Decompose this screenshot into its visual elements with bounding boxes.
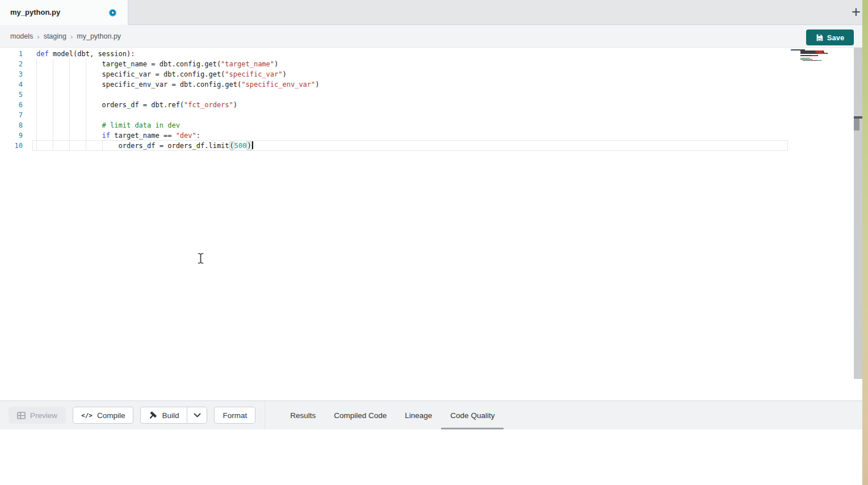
- code-line[interactable]: 9 if target_name == "dev":: [0, 130, 862, 141]
- line-number: 6: [0, 100, 23, 110]
- panel-tabs: Results Compiled Code Lineage Code Quali…: [281, 401, 504, 430]
- unsaved-changes-dot-icon: [109, 9, 116, 16]
- line-number: 7: [0, 110, 23, 120]
- preview-button[interactable]: Preview: [9, 407, 66, 424]
- build-split-button: Build: [140, 407, 207, 424]
- tab-title: my_python.py: [10, 0, 60, 24]
- code-line[interactable]: 3 specific_var = dbt.config.get("specifi…: [0, 69, 862, 79]
- line-number: 10: [0, 141, 23, 151]
- bottom-toolbar: Preview </> Compile Build: [0, 400, 862, 429]
- code-editor[interactable]: 1def model(dbt, session):2 target_name =…: [0, 48, 862, 400]
- code-lines: 1def model(dbt, session):2 target_name =…: [0, 48, 862, 400]
- format-button[interactable]: Format: [214, 407, 255, 424]
- build-button[interactable]: Build: [140, 407, 187, 424]
- line-number: 3: [0, 69, 23, 79]
- breadcrumb-item-staging[interactable]: staging: [44, 32, 66, 40]
- line-number: 5: [0, 90, 23, 100]
- dbt-ide-window: my_python.py + models › staging › my_pyt…: [0, 0, 868, 485]
- line-number: 4: [0, 79, 23, 90]
- code-line[interactable]: 4 specific_env_var = dbt.config.get("spe…: [0, 79, 862, 90]
- tab-my-python[interactable]: my_python.py: [0, 0, 128, 25]
- line-number: 1: [0, 49, 23, 59]
- line-number: 8: [0, 120, 23, 130]
- preview-button-label: Preview: [30, 411, 57, 420]
- chevron-right-icon: ›: [37, 32, 39, 41]
- breadcrumb-item-file[interactable]: my_python.py: [77, 32, 121, 40]
- scrollbar-thumb[interactable]: [854, 119, 859, 130]
- breadcrumb-item-models[interactable]: models: [10, 32, 33, 40]
- text-ibeam-cursor-icon: [196, 252, 205, 267]
- tab-code-quality[interactable]: Code Quality: [441, 401, 504, 430]
- format-button-label: Format: [223, 411, 247, 420]
- text-cursor: [252, 141, 253, 149]
- chevron-down-icon: [194, 413, 201, 417]
- minimap[interactable]: [791, 49, 836, 61]
- toolbar-divider: [265, 401, 265, 430]
- compile-button-label: Compile: [97, 411, 125, 420]
- code-line[interactable]: 7: [0, 110, 862, 120]
- code-line[interactable]: 1def model(dbt, session):: [0, 49, 862, 59]
- code-line[interactable]: 10 orders_df = orders_df.limit(500): [0, 141, 862, 151]
- build-button-label: Build: [162, 411, 179, 420]
- tab-lineage[interactable]: Lineage: [396, 401, 441, 430]
- vertical-scrollbar[interactable]: [854, 48, 862, 379]
- breadcrumb: models › staging › my_python.py: [10, 25, 121, 48]
- save-button-label: Save: [827, 33, 844, 42]
- editor-tab-bar: my_python.py +: [0, 0, 862, 25]
- desktop-wallpaper-strip: [862, 0, 868, 485]
- code-line[interactable]: 5: [0, 90, 862, 100]
- hammer-icon: [149, 411, 157, 420]
- chevron-right-icon: ›: [70, 32, 73, 41]
- code-icon: </>: [81, 412, 93, 419]
- line-number: 9: [0, 130, 23, 141]
- table-icon: [17, 412, 26, 419]
- compile-button[interactable]: </> Compile: [73, 407, 133, 424]
- breadcrumb-bar: models › staging › my_python.py: [0, 25, 862, 48]
- save-button[interactable]: Save: [806, 29, 854, 45]
- code-line[interactable]: 2 target_name = dbt.config.get("target_n…: [0, 59, 862, 69]
- tab-results[interactable]: Results: [281, 401, 325, 430]
- code-line[interactable]: 8 # limit data in dev: [0, 120, 862, 130]
- floppy-disk-icon: [816, 34, 823, 41]
- build-options-dropdown[interactable]: [187, 407, 207, 424]
- results-panel: [0, 429, 862, 485]
- tab-compiled-code[interactable]: Compiled Code: [325, 401, 396, 430]
- line-number: 2: [0, 59, 23, 69]
- code-line[interactable]: 6 orders_df = dbt.ref("fct_orders"): [0, 100, 862, 110]
